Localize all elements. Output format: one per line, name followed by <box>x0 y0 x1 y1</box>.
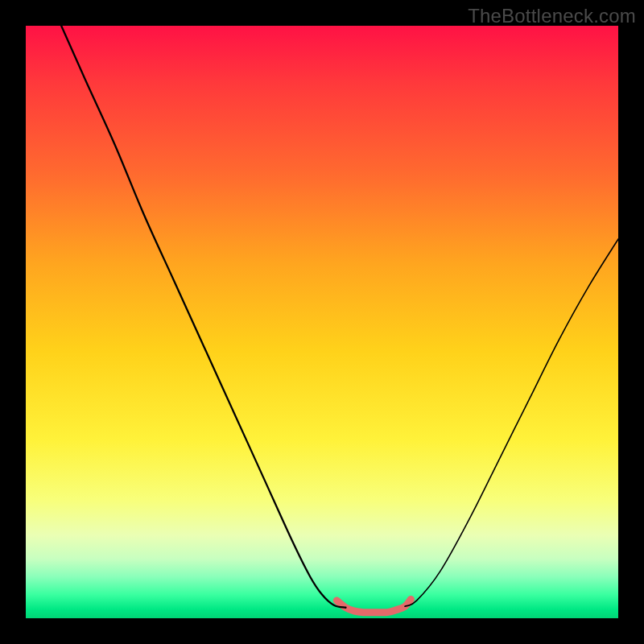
valley-highlight-path <box>336 599 411 612</box>
chart-frame: TheBottleneck.com <box>0 0 644 644</box>
plot-area <box>26 26 618 618</box>
left-curve-path <box>61 26 345 608</box>
curves-svg <box>26 26 618 618</box>
watermark-text: TheBottleneck.com <box>468 5 636 27</box>
right-curve-path <box>405 239 618 606</box>
